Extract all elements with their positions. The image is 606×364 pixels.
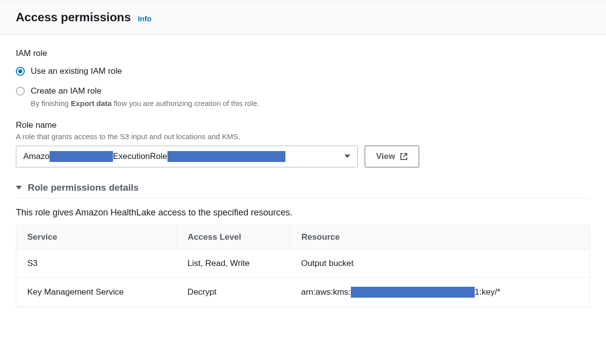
cell-access-level: List, Read, Write xyxy=(176,249,290,277)
role-permissions-description: This role gives Amazon HealthLake access… xyxy=(16,208,590,218)
cell-service: S3 xyxy=(16,249,177,277)
chevron-down-icon xyxy=(344,155,350,158)
panel-title: Access permissions xyxy=(16,10,131,24)
radio-existing-label: Use an existing IAM role xyxy=(31,65,122,77)
iam-role-radio-group: Use an existing IAM role Create an IAM r… xyxy=(16,65,590,107)
cell-service: Key Management Service xyxy=(16,277,177,307)
panel-header: Access permissions Info xyxy=(0,0,606,35)
radio-create-label: Create an IAM role xyxy=(31,85,259,97)
redacted-text xyxy=(167,151,285,162)
external-link-icon xyxy=(400,153,408,160)
table-row: S3 List, Read, Write Output bucket xyxy=(16,249,590,277)
radio-button-icon[interactable] xyxy=(16,67,25,76)
table-header-row: Service Access Level Resource xyxy=(16,225,590,249)
radio-button-icon[interactable] xyxy=(16,87,25,96)
role-name-label: Role name xyxy=(16,120,590,130)
chevron-down-icon xyxy=(16,186,22,190)
cell-resource: Output bucket xyxy=(290,249,590,277)
table-row: Key Management Service Decrypt arn:aws:k… xyxy=(16,277,590,307)
role-name-value: AmazoExecutionRole xyxy=(23,151,285,162)
role-name-select[interactable]: AmazoExecutionRole xyxy=(16,146,358,167)
radio-create-desc: By finishing Export data flow you are au… xyxy=(31,99,259,107)
info-link[interactable]: Info xyxy=(138,14,152,23)
radio-create-role[interactable]: Create an IAM role By finishing Export d… xyxy=(16,85,590,107)
role-name-hint: A role that grants access to the S3 inpu… xyxy=(16,132,590,141)
view-button-label: View xyxy=(376,152,395,161)
role-permissions-title: Role permissions details xyxy=(28,182,139,193)
cell-resource: arn:aws:kms:1:key/* xyxy=(290,277,590,307)
col-service: Service xyxy=(16,225,177,249)
role-name-row: AmazoExecutionRole View xyxy=(16,146,590,167)
role-permissions-expander[interactable]: Role permissions details xyxy=(16,182,590,199)
radio-existing-role[interactable]: Use an existing IAM role xyxy=(16,65,590,77)
panel-body: IAM role Use an existing IAM role Create… xyxy=(0,35,606,321)
permissions-table: Service Access Level Resource S3 List, R… xyxy=(16,225,590,307)
view-button[interactable]: View xyxy=(365,146,419,167)
cell-access-level: Decrypt xyxy=(176,277,290,307)
col-access-level: Access Level xyxy=(176,225,290,249)
col-resource: Resource xyxy=(290,225,590,249)
redacted-text xyxy=(50,151,113,162)
iam-role-label: IAM role xyxy=(16,49,590,58)
redacted-text xyxy=(351,287,475,298)
